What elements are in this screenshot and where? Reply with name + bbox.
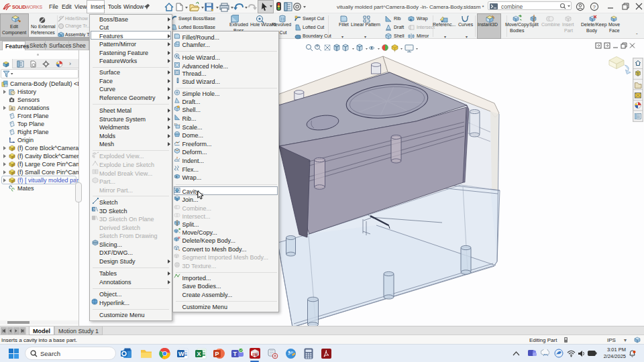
svg-text:W: W xyxy=(178,351,184,357)
svg-text:P: P xyxy=(215,351,219,357)
svg-text:SOLID: SOLID xyxy=(12,5,26,9)
svg-text:X: X xyxy=(197,351,201,357)
svg-text:?: ? xyxy=(593,4,596,10)
svg-text:WORKS: WORKS xyxy=(25,5,43,9)
svg-text:A: A xyxy=(11,107,13,111)
svg-text:SW: SW xyxy=(252,353,258,357)
svg-text:T: T xyxy=(233,351,237,357)
